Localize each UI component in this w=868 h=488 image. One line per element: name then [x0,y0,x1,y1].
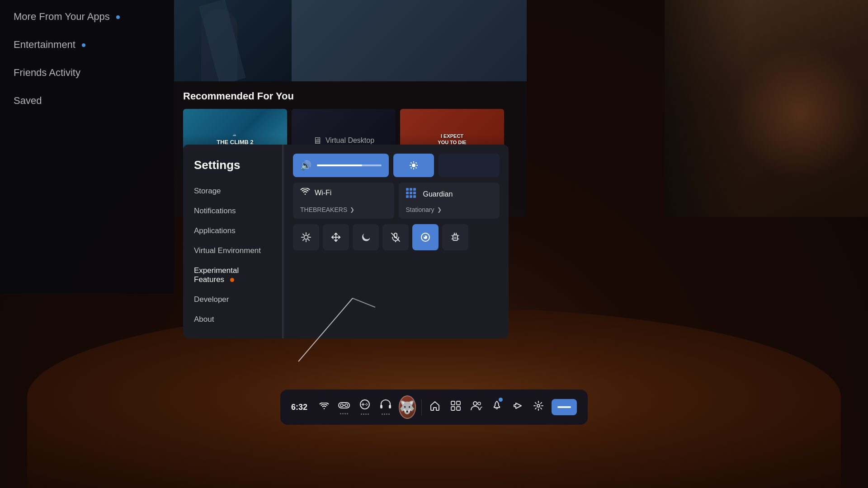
taskbar-wifi-icon [319,403,329,412]
settings-panel: Settings Storage Notifications Applicati… [183,145,509,338]
recommended-title: Recommended For You [183,90,518,102]
controller-icon [359,399,371,412]
wifi-chevron-icon: ❯ [350,206,354,213]
daily-deal-banner: DAILY DEAL FALCON AGE [174,0,527,81]
apps-indicator-btn[interactable] [552,399,577,415]
banner-left-art [174,0,292,81]
taskbar: 6:32 [280,389,588,425]
sidebar-item-more-apps[interactable]: More From Your Apps [14,9,160,24]
svg-point-50 [537,404,540,407]
svg-point-25 [424,236,425,237]
svg-point-33 [345,404,348,407]
taskbar-btn-vr-dots [340,413,348,414]
action-btn-debug[interactable] [442,224,468,250]
taskbar-btn-share[interactable] [508,394,527,420]
svg-line-7 [416,163,417,164]
home-icon [429,401,440,413]
taskbar-separator [421,399,422,415]
settings-nav-applications[interactable]: Applications [183,221,282,241]
action-btn-passthrough[interactable] [412,224,439,250]
sidebar-item-entertainment[interactable]: Entertainment [14,37,160,52]
banner-right-art [292,0,527,81]
volume-control[interactable]: 🔊 [293,154,389,177]
taskbar-apps-indicator [550,399,577,415]
settings-nav-about[interactable]: About [183,310,282,329]
taskbar-btn-audio[interactable] [376,394,395,420]
sidebar-item-friends-activity-label: Friends Activity [14,67,80,78]
svg-point-41 [366,405,367,406]
sidebar-item-saved-label: Saved [14,95,42,106]
settings-sidebar: Settings Storage Notifications Applicati… [183,145,283,338]
settings-title: Settings [183,154,282,181]
wifi-network: THEBREAKERS ❯ [300,206,387,213]
wifi-top: Wi-Fi [300,188,387,197]
svg-point-32 [340,404,343,407]
game-card-iexpect-title: I EXPECTYOU TO DIE [438,133,466,146]
sidebar-item-more-apps-label: More From Your Apps [14,11,110,22]
volume-slider[interactable] [317,164,382,166]
brightness-icon [409,161,418,170]
guardian-chevron-icon: ❯ [437,206,442,213]
guardian-card[interactable]: Guardian Stationary ❯ [399,183,500,219]
volume-brightness-row: 🔊 [293,154,500,177]
guardian-top: Guardian [406,188,493,201]
action-btn-move[interactable] [323,224,349,250]
entertainment-notification-dot [82,43,85,47]
avatar-image: 🐺 [399,400,415,415]
taskbar-btn-apps[interactable] [446,394,465,420]
svg-point-0 [412,164,415,167]
avatar-button[interactable]: 🐺 [399,395,416,419]
vr-headset-icon [338,400,350,412]
settings-nav-experimental[interactable]: Experimental Features [183,261,282,290]
settings-nav-developer[interactable]: Developer [183,290,282,310]
taskbar-btn-notifications[interactable] [487,394,506,420]
more-apps-notification-dot [116,15,120,19]
experimental-notification-dot [230,278,234,282]
brightness-level-bar [439,154,500,177]
quick-actions-row [293,224,500,250]
action-btn-mic-mute[interactable] [382,224,409,250]
svg-point-9 [304,235,308,239]
svg-rect-26 [453,235,458,240]
taskbar-btn-audio-dots [382,413,390,415]
settings-nav-notifications[interactable]: Notifications [183,201,282,221]
action-btn-night-mode[interactable] [353,224,379,250]
brightness-button[interactable] [393,154,434,177]
svg-point-40 [365,404,366,405]
svg-rect-44 [451,401,455,405]
taskbar-btn-home[interactable] [425,394,444,420]
sidebar-item-entertainment-label: Entertainment [14,39,75,50]
settings-nav-storage[interactable]: Storage [183,181,282,201]
people-icon [471,401,482,413]
taskbar-time: 6:32 [291,403,314,412]
wifi-guardian-row: Wi-Fi THEBREAKERS ❯ [293,183,500,219]
wifi-icon [300,188,310,197]
settings-nav-virtual-env[interactable]: Virtual Environment [183,241,282,261]
svg-point-49 [478,402,481,405]
svg-point-38 [366,403,367,404]
grid-icon [451,401,461,413]
guardian-mode: Stationary ❯ [406,206,493,213]
wifi-card[interactable]: Wi-Fi THEBREAKERS ❯ [293,183,394,219]
taskbar-btn-vr[interactable] [335,394,354,420]
notifications-badge [499,398,503,402]
guardian-icon [406,188,419,201]
svg-line-8 [411,168,412,169]
svg-rect-47 [457,407,460,410]
share-icon [512,400,523,414]
svg-rect-42 [380,405,382,408]
settings-icon [533,400,544,414]
action-btn-brightness[interactable] [293,224,319,250]
taskbar-btn-settings[interactable] [529,394,548,420]
taskbar-btn-social[interactable] [355,394,374,420]
settings-content: 🔊 [284,145,509,338]
sidebar-item-friends-activity[interactable]: Friends Activity [14,65,160,80]
svg-line-17 [303,239,304,240]
bell-icon [492,400,502,414]
sidebar-item-saved[interactable]: Saved [14,93,160,108]
svg-line-6 [416,168,417,169]
right-bg-art [665,0,868,217]
svg-line-15 [308,239,309,240]
guardian-label: Guardian [423,190,453,198]
taskbar-btn-people[interactable] [467,394,486,420]
